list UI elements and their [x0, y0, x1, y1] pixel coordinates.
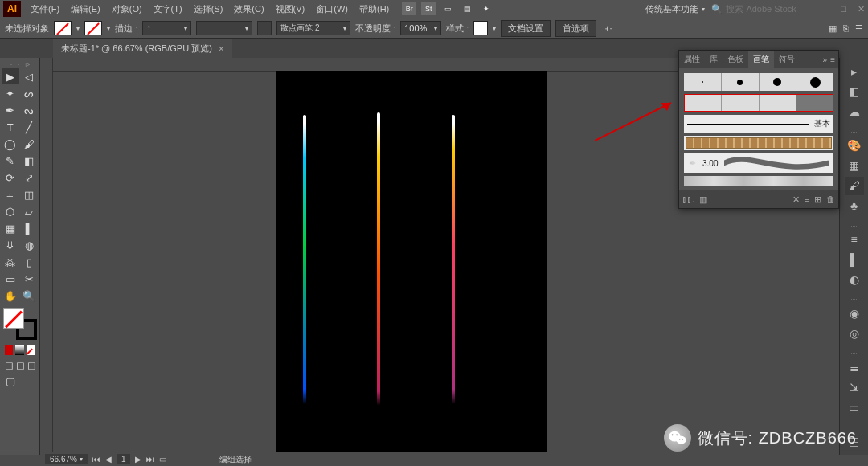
- layers-panel-icon[interactable]: ≣: [845, 358, 864, 376]
- eyedropper-tool[interactable]: ⤋: [2, 237, 19, 253]
- panel-tab-brushes[interactable]: 画笔: [748, 51, 774, 68]
- mesh-tool[interactable]: ▦: [2, 220, 19, 236]
- brush-thumb[interactable]: [722, 94, 760, 112]
- slice-tool[interactable]: ✂: [21, 271, 39, 287]
- artboard-nav-icon[interactable]: ▭: [159, 455, 166, 464]
- asset-export-panel-icon[interactable]: ⇲: [845, 378, 864, 396]
- paintbrush-tool[interactable]: 🖌: [21, 136, 39, 152]
- brush-options-icon[interactable]: ≡: [805, 194, 809, 204]
- libraries-panel-icon[interactable]: ☁: [845, 103, 864, 121]
- transform-icon[interactable]: ⎘: [843, 23, 849, 33]
- panel-tab-symbols[interactable]: 符号: [774, 51, 800, 68]
- artwork-stroke-1[interactable]: [303, 115, 306, 404]
- panel-tab-swatches[interactable]: 色板: [723, 51, 748, 68]
- graphic-styles-panel-icon[interactable]: ◎: [845, 324, 864, 342]
- artwork-stroke-2[interactable]: [377, 112, 380, 406]
- color-mode[interactable]: [5, 345, 13, 355]
- opacity-input[interactable]: ▾: [400, 21, 441, 35]
- screen-mode[interactable]: ▢: [2, 373, 19, 389]
- zoom-level[interactable]: 66.67%▾: [45, 454, 88, 464]
- panel-expand-icon[interactable]: »: [823, 55, 828, 64]
- align-icon[interactable]: ▦: [829, 23, 837, 34]
- artboard-index[interactable]: 1: [117, 454, 131, 464]
- artboard-tool[interactable]: ▭: [2, 271, 19, 287]
- color-panel-icon[interactable]: 🎨: [845, 137, 864, 155]
- lasso-tool[interactable]: ᔕ: [21, 85, 39, 101]
- panel-toggle-icon[interactable]: ☰: [855, 23, 863, 34]
- artboards-panel-icon[interactable]: ▭: [845, 398, 864, 416]
- gradient-tool[interactable]: ▌: [21, 220, 39, 236]
- search-input[interactable]: [726, 4, 806, 14]
- artwork-stroke-3[interactable]: [452, 115, 455, 404]
- chevron-down-icon[interactable]: ▾: [107, 25, 110, 32]
- fill-stroke-control[interactable]: [3, 308, 37, 340]
- menu-effect[interactable]: 效果(C): [229, 2, 268, 17]
- stroke-weight[interactable]: ⌃▾: [142, 21, 191, 35]
- draw-behind[interactable]: ◻: [16, 359, 25, 370]
- pattern-brush[interactable]: [684, 136, 833, 150]
- gpu-icon[interactable]: ▤: [460, 2, 474, 15]
- art-brush[interactable]: ✒ 3.00: [684, 153, 833, 173]
- preferences-button[interactable]: 首选项: [555, 20, 596, 37]
- hand-tool[interactable]: ✋: [2, 288, 19, 304]
- stroke-profile[interactable]: ▾: [196, 21, 252, 35]
- brush-thumb[interactable]: [684, 73, 722, 91]
- panel-tab-properties[interactable]: 属性: [679, 51, 705, 68]
- dock-collapse-icon[interactable]: ▸: [845, 63, 864, 81]
- brush-thumb[interactable]: [760, 94, 797, 112]
- zoom-tool[interactable]: 🔍: [21, 288, 39, 304]
- nav-first-icon[interactable]: ⏮: [92, 455, 100, 464]
- document-setup-button[interactable]: 文档设置: [501, 20, 551, 37]
- blend-tool[interactable]: ◍: [21, 237, 39, 253]
- close-button[interactable]: ✕: [858, 4, 865, 14]
- new-brush-icon[interactable]: ⊞: [814, 194, 821, 205]
- shaper-tool[interactable]: ✎: [2, 153, 19, 169]
- arrange-icon[interactable]: ▭: [440, 2, 455, 15]
- eraser-tool[interactable]: ◧: [21, 153, 39, 169]
- workspace-switcher[interactable]: 传统基本功能 ▾: [645, 3, 705, 15]
- toolbox-handle[interactable]: ⋮⋮ ⊳: [2, 61, 38, 67]
- stock-search[interactable]: 🔍: [711, 4, 806, 14]
- nav-last-icon[interactable]: ⏭: [146, 455, 154, 464]
- type-tool[interactable]: T: [2, 119, 19, 135]
- cap-butt[interactable]: [257, 21, 272, 35]
- brush-thumb-selected[interactable]: [796, 94, 833, 112]
- bridge-icon[interactable]: Br: [402, 2, 416, 15]
- rotate-tool[interactable]: ⟳: [2, 170, 19, 186]
- maximize-button[interactable]: □: [841, 4, 846, 14]
- magic-wand-tool[interactable]: ✦: [2, 85, 19, 101]
- menu-view[interactable]: 视图(V): [271, 2, 310, 17]
- gradient-mode[interactable]: [15, 345, 23, 355]
- fill-swatch[interactable]: [54, 21, 72, 35]
- brush-thumb[interactable]: [722, 73, 760, 91]
- stroke-swatch[interactable]: [84, 21, 102, 35]
- close-tab-icon[interactable]: ×: [219, 43, 224, 55]
- swatches-panel-icon[interactable]: ▦: [845, 157, 864, 175]
- library-menu-icon[interactable]: ▥: [699, 194, 707, 205]
- document-tab[interactable]: 未标题-1* @ 66.67% (RGB/GPU 预览) ×: [53, 39, 232, 58]
- menu-file[interactable]: 文件(F): [26, 2, 64, 17]
- panel-tab-libraries[interactable]: 库: [705, 51, 723, 68]
- draw-inside[interactable]: ◻: [27, 359, 36, 370]
- stroke-panel-icon[interactable]: ≡: [845, 231, 864, 249]
- basic-brush[interactable]: 基本: [684, 115, 833, 133]
- perspective-tool[interactable]: ▱: [21, 203, 39, 219]
- brush-thumb[interactable]: [684, 94, 722, 112]
- fill-color[interactable]: [3, 308, 24, 329]
- properties-panel-icon[interactable]: ◧: [845, 83, 864, 101]
- minimize-button[interactable]: —: [821, 4, 829, 14]
- scale-tool[interactable]: ⤢: [21, 170, 39, 186]
- remove-stroke-icon[interactable]: ✕: [792, 194, 800, 205]
- stock-icon[interactable]: St: [421, 2, 436, 15]
- selection-tool[interactable]: ▶: [2, 68, 19, 84]
- free-transform-tool[interactable]: ◫: [21, 186, 39, 202]
- brushes-panel-icon[interactable]: 🖌: [845, 177, 864, 195]
- graphic-style-swatch[interactable]: [473, 21, 488, 35]
- menu-type[interactable]: 文字(T): [149, 2, 187, 17]
- curvature-tool[interactable]: ᔓ: [21, 102, 39, 118]
- pen-tool[interactable]: ✒: [2, 102, 19, 118]
- symbols-panel-icon[interactable]: ♣: [845, 197, 864, 215]
- brush-thumb[interactable]: [796, 73, 833, 91]
- shape-builder-tool[interactable]: ⬡: [2, 203, 19, 219]
- menu-window[interactable]: 窗口(W): [311, 2, 353, 17]
